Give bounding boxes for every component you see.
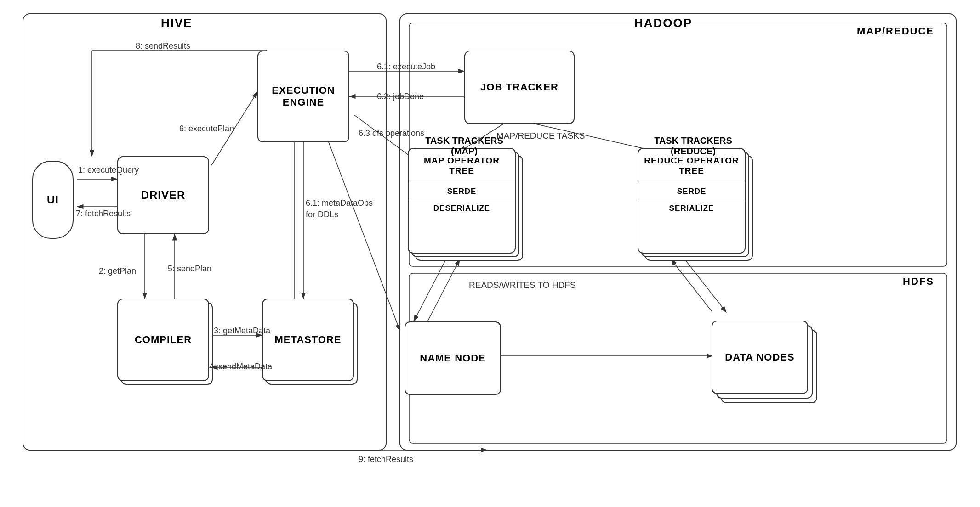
metastore-box: METASTORE: [262, 299, 354, 381]
hdfs-label: HDFS: [903, 276, 934, 287]
deserialize-label: DESERIALIZE: [409, 200, 515, 217]
task-trackers-reduce-label: TASK TRACKERS (REDUCE): [633, 135, 753, 157]
label-send-plan: 5: sendPlan: [168, 264, 211, 274]
label-get-plan: 2: getPlan: [99, 266, 136, 276]
mapreduce-label: MAP/REDUCE: [857, 25, 934, 37]
compiler-box: COMPILER: [117, 299, 209, 381]
label-send-metadata: 4: sendMetaData: [209, 362, 272, 372]
label-execute-plan: 6: executePlan: [179, 124, 234, 134]
diagram-container: HIVE HADOOP MAP/REDUCE HDFS UI DRIVER CO…: [0, 0, 980, 507]
serde-label: SERDE: [638, 183, 745, 200]
label-execute-job: 6.1: executeJob: [377, 62, 435, 72]
name-node-box: NAME NODE: [405, 321, 501, 395]
svg-line-22: [414, 259, 446, 321]
label-dfs-ops: 6.3 dfs operations: [359, 129, 424, 138]
serde-deserialize-label: SERDE: [409, 183, 515, 200]
label-execute-query: 1: executeQuery: [78, 165, 139, 175]
label-mapreduce-tasks: MAP/REDUCE TASKS: [496, 131, 585, 141]
hadoop-label: HADOOP: [634, 16, 692, 30]
map-operator-box: MAP OPERATOR TREE SERDE DESERIALIZE: [408, 148, 516, 254]
label-send-results: 8: sendResults: [136, 41, 190, 51]
ui-box: UI: [32, 161, 74, 239]
label-fetch-results-9: 9: fetchResults: [359, 455, 413, 464]
hive-label: HIVE: [161, 16, 193, 30]
label-job-done: 6.2: jobDone: [377, 92, 424, 101]
svg-line-23: [427, 259, 460, 321]
execution-engine-box: EXECUTION ENGINE: [257, 51, 349, 142]
svg-line-25: [671, 259, 712, 312]
label-fetch-results: 7: fetchResults: [76, 209, 131, 219]
reduce-operator-box: REDUCE OPERATOR TREE SERDE SERIALIZE: [638, 148, 746, 254]
label-reads-writes: READS/WRITES TO HDFS: [469, 280, 576, 290]
label-get-metadata: 3: getMetaData: [214, 326, 270, 336]
job-tracker-box: JOB TRACKER: [464, 51, 575, 124]
data-nodes-box: DATA NODES: [712, 321, 808, 394]
svg-line-24: [685, 259, 726, 312]
label-metadata-ops: 6.1: metaDataOps for DDLs: [306, 197, 373, 220]
serialize-label: SERIALIZE: [638, 200, 745, 217]
